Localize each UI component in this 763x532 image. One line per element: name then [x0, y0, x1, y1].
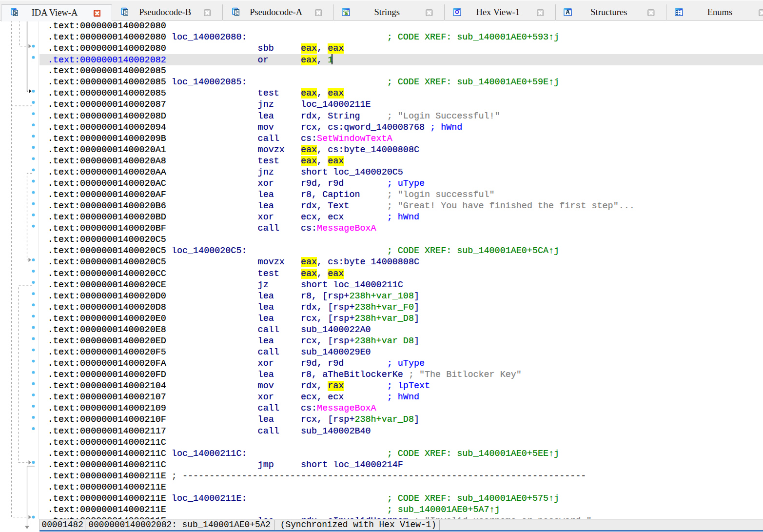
status-field-sync-state: (Synchronized with Hex View-1)	[280, 519, 436, 530]
code-text: .text:00000001400020CE	[48, 280, 166, 290]
tab-strings[interactable]: Strings	[334, 4, 445, 20]
highlighted-token: eax	[328, 88, 344, 99]
disassembly-line[interactable]: .text:000000014000208D lea rdx, String ;…	[39, 111, 763, 122]
disassembly-line[interactable]: .text:000000014000210F lea rcx, [rsp+238…	[39, 414, 763, 425]
code-text	[166, 269, 258, 279]
disassembly-line[interactable]: .text:00000001400020D8 lea rdx, [rsp+238…	[39, 302, 763, 313]
disassembly-line[interactable]: .text:000000014000211C	[39, 437, 763, 448]
code-text: loc_14000211C:	[172, 449, 247, 459]
code-text: loc_14000211E:	[172, 493, 247, 504]
close-tab-icon[interactable]	[204, 9, 211, 17]
disassembly-line[interactable]: .text:00000001400020C5 movzx eax, cs:byt…	[39, 256, 763, 268]
instruction-dot	[32, 292, 35, 295]
disassembly-line[interactable]: .text:00000001400020C5	[39, 234, 763, 245]
tab-structures[interactable]: Structures	[556, 4, 667, 20]
code-text: lea	[258, 111, 301, 121]
code-text	[166, 246, 172, 256]
disassembly-line[interactable]: .text:0000000140002094 mov rcx, cs:qword…	[39, 122, 763, 133]
close-tab-icon[interactable]	[426, 9, 433, 17]
disassembly-line[interactable]: .text:000000014000211E ; ---------------…	[39, 471, 763, 482]
tab-label: Hex View-1	[445, 4, 551, 20]
disassembly-line[interactable]: .text:0000000140002080 loc_140002080: ; …	[39, 32, 763, 43]
instruction-dot	[32, 360, 35, 363]
code-text: .text:00000001400020C5	[48, 257, 166, 267]
disassembly-line[interactable]: .text:00000001400020F5 call sub_1400029E…	[39, 347, 763, 358]
code-text: .text:000000014000209B	[48, 134, 166, 144]
code-text: short loc_1400020C5	[301, 167, 403, 177]
disassembly-line[interactable]: .text:00000001400020B6 lea rdx, Text ; "…	[39, 200, 763, 212]
disassembly-line[interactable]: .text:00000001400020AA jnz short loc_140…	[39, 167, 763, 178]
disassembly-line[interactable]: .text:0000000140002109 call cs:MessageBo…	[39, 403, 763, 414]
disassembly-line[interactable]: .text:00000001400020C5 loc_1400020C5: ; …	[39, 245, 763, 256]
disassembly-line[interactable]: .text:00000001400020E0 lea rcx, [rsp+238…	[39, 313, 763, 324]
disassembly-line[interactable]: .text:000000014000211C jmp short loc_140…	[39, 459, 763, 471]
disassembly-line[interactable]: .text:00000001400020E8 call sub_1400022A…	[39, 324, 763, 335]
disassembly-line[interactable]: .text:0000000140002107 xor ecx, ecx ; hW…	[39, 392, 763, 403]
disassembly-line[interactable]: .text:00000001400020A1 movzx eax, cs:byt…	[39, 144, 763, 156]
instruction-dot	[32, 146, 35, 149]
code-text	[344, 212, 387, 222]
code-text: .text:000000014000211C	[48, 460, 166, 470]
disassembly-line[interactable]: .text:00000001400020ED lea rcx, [rsp+238…	[39, 335, 763, 347]
disassembly-line[interactable]: .text:00000001400020CE jz short loc_1400…	[39, 279, 763, 291]
code-text: 238h+var_D8	[354, 414, 414, 425]
code-text	[166, 178, 258, 189]
disassembly-line[interactable]: .text:0000000140002085 loc_140002085: ; …	[39, 77, 763, 88]
disassembly-line[interactable]: .text:0000000140002085 test eax, eax	[39, 88, 763, 99]
disassembly-line[interactable]: .text:00000001400020D0 lea r8, [rsp+238h…	[39, 291, 763, 302]
instruction-dot	[32, 281, 35, 284]
close-tab-icon[interactable]	[537, 9, 544, 17]
disassembly-panel[interactable]: .text:0000000140002080.text:000000014000…	[0, 20, 763, 532]
highlighted-token: eax	[301, 88, 317, 99]
code-text: xor	[258, 392, 301, 402]
disassembly-line[interactable]: .text:0000000140002080	[39, 20, 763, 32]
disassembly-line[interactable]: .text:0000000140002087 jnz loc_14000211E	[39, 99, 763, 110]
code-text: ,	[317, 156, 328, 166]
tab-ida-view-a[interactable]: IDA View-A	[1, 4, 112, 21]
jump-arrowhead	[25, 526, 29, 530]
disassembly-line[interactable]: .text:00000001400020AC xor r9d, r9d ; uT…	[39, 178, 763, 189]
disassembly-line[interactable]: .text:00000001400020CC test eax, eax	[39, 268, 763, 279]
tab-pseudocode-a[interactable]: Pseudocode-A	[223, 4, 334, 20]
close-tab-icon[interactable]	[647, 9, 655, 17]
code-text: rdx, [rsp+	[301, 302, 354, 313]
disassembly-line[interactable]: .text:000000014000211E ; sub_140001AE0+5…	[39, 504, 763, 515]
instruction-dot	[32, 258, 35, 261]
highlighted-token: eax	[301, 257, 317, 267]
code-text: ]	[414, 314, 419, 324]
close-tab-icon[interactable]	[315, 9, 322, 17]
close-tab-icon[interactable]	[94, 10, 101, 17]
close-tab-icon[interactable]	[759, 9, 763, 17]
disassembly-line[interactable]: .text:000000014000211E	[39, 482, 763, 493]
code-text	[166, 201, 258, 211]
tab-pseudocode-b[interactable]: Pseudocode-B	[112, 4, 223, 20]
disassembly-line[interactable]: .text:0000000140002117 call sub_140002B4…	[39, 426, 763, 437]
tab-hex-view-1[interactable]: Hex View-1	[445, 4, 556, 20]
disassembly-line[interactable]: .text:000000014000209B call cs:SetWindow…	[39, 133, 763, 144]
code-text: lea	[258, 190, 301, 200]
code-text	[360, 190, 387, 200]
code-text	[166, 336, 258, 346]
disassembly-line[interactable]: .text:00000001400020AF lea r8, Caption ;…	[39, 189, 763, 200]
code-text	[166, 145, 258, 155]
selected-disassembly-line[interactable]: .text:0000000140002082 or eax, 1	[39, 54, 763, 65]
highlighted-token: eax	[328, 269, 344, 279]
disassembly-line[interactable]: .text:00000001400020FA xor r9d, r9d ; uT…	[39, 358, 763, 369]
disassembly-line[interactable]: .text:0000000140002085	[39, 65, 763, 77]
disassembly-line[interactable]: .text:0000000140002080 sbb eax, eax	[39, 43, 763, 54]
code-text: .text:00000001400020FD	[48, 370, 166, 380]
tab-enums[interactable]: Enums	[666, 4, 763, 20]
code-text	[247, 449, 387, 459]
disassembly-line[interactable]: .text:000000014000211C loc_14000211C: ; …	[39, 448, 763, 459]
code-text: sub_1400029E0	[301, 347, 371, 357]
code-text: mov	[258, 381, 301, 391]
disassembly-line[interactable]: .text:00000001400020BD xor ecx, ecx ; hW…	[39, 212, 763, 223]
disassembly-line[interactable]: .text:00000001400020FD lea r8, aTheBitlo…	[39, 369, 763, 380]
disassembly-line[interactable]: .text:00000001400020BF call cs:MessageBo…	[39, 223, 763, 234]
instruction-dot	[32, 191, 35, 194]
disassembly-line[interactable]: .text:000000014000211E loc_14000211E: ; …	[39, 493, 763, 504]
code-text: test	[258, 269, 301, 279]
code-text: ; --------------------------------------…	[172, 471, 587, 481]
disassembly-line[interactable]: .text:0000000140002104 mov rdx, rax ; lp…	[39, 380, 763, 392]
disassembly-line[interactable]: .text:00000001400020A8 test eax, eax	[39, 156, 763, 167]
